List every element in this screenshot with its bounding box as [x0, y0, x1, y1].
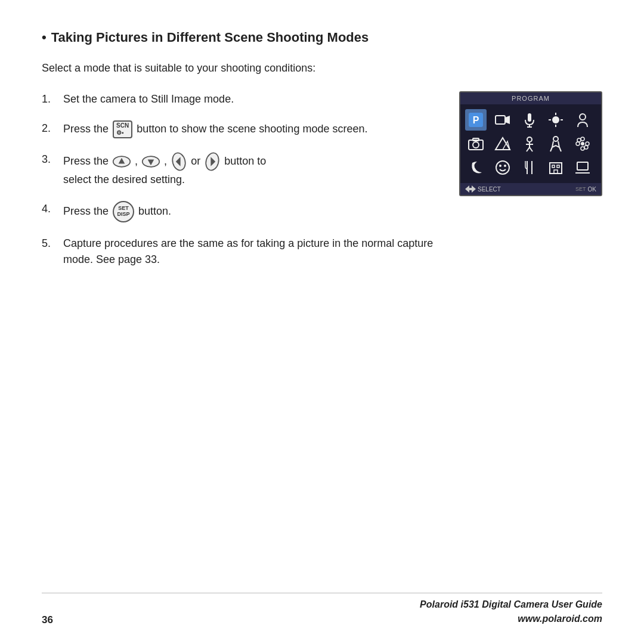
- prog-icon-flower: [572, 133, 593, 154]
- svg-text:☀: ☀: [553, 117, 559, 124]
- prog-icon-night: [465, 157, 487, 178]
- step-2-text-before: Press the: [63, 123, 109, 135]
- step-3-button-to: button to: [224, 155, 266, 167]
- footer: 36 Polaroid i531 Digital Camera User Gui…: [42, 597, 602, 626]
- svg-rect-51: [577, 162, 588, 170]
- title-text: Taking Pictures in Different Scene Shoot…: [51, 30, 369, 45]
- svg-point-37: [581, 147, 584, 150]
- step-5-text: Capture procedures are the same as for t…: [63, 236, 441, 268]
- program-grid: P ☀: [460, 104, 601, 183]
- down-arrow-icon: [141, 155, 160, 168]
- page-title: • Taking Pictures in Different Scene Sho…: [42, 30, 602, 45]
- prog-icon-audio: [519, 109, 540, 131]
- prog-icon-kids: [545, 133, 566, 154]
- steps-list: 1. Set the camera to Still Image mode. 2…: [42, 91, 441, 281]
- subtitle-text: Select a mode that is suitable to your s…: [42, 62, 602, 75]
- step-4-number: 4.: [42, 201, 58, 217]
- step-2-text-after: button to show the scene shooting mode s…: [137, 123, 367, 135]
- step-4-text-after: button.: [138, 205, 171, 217]
- prog-icon-portrait: [572, 109, 593, 131]
- comma-1: ,: [135, 155, 141, 167]
- svg-marker-54: [465, 185, 476, 193]
- step-4-text: Press the SETDISP button.: [63, 201, 171, 222]
- page: • Taking Pictures in Different Scene Sho…: [0, 0, 644, 644]
- comma-2: ,: [164, 155, 170, 167]
- footer-select: SELECT: [465, 185, 501, 193]
- svg-point-44: [504, 165, 506, 167]
- prog-icon-program: P: [465, 109, 487, 131]
- svg-point-21: [580, 114, 586, 120]
- footer-text: Polaroid i531 Digital Camera User Guide …: [420, 597, 602, 626]
- svg-rect-10: [496, 116, 505, 124]
- step-3-number: 3.: [42, 151, 58, 168]
- step-1-text: Set the camera to Still Image mode.: [63, 91, 234, 107]
- svg-point-43: [499, 165, 501, 167]
- left-arrow-icon: [171, 151, 187, 172]
- svg-point-23: [473, 142, 479, 148]
- svg-point-35: [581, 142, 584, 145]
- footer-ok-text: OK: [588, 186, 596, 193]
- step-2-text: Press the SCN⚙▪ button to show the scene…: [63, 120, 367, 138]
- page-number: 36: [42, 614, 53, 626]
- svg-point-42: [496, 161, 509, 174]
- footer-divider: [42, 593, 602, 593]
- step-3-text: Press the , ,: [63, 151, 266, 188]
- prog-icon-sunset: ☀: [545, 109, 566, 131]
- step-1-number: 1.: [42, 91, 58, 107]
- website: www.polaroid.com: [420, 612, 602, 626]
- prog-icon-person: [519, 133, 540, 154]
- content-area: 1. Set the camera to Still Image mode. 2…: [42, 91, 602, 281]
- footer-ok: SET OK: [575, 185, 596, 193]
- up-arrow-icon: [112, 155, 131, 168]
- guide-title: Polaroid i531 Digital Camera User Guide: [420, 597, 602, 612]
- step-1: 1. Set the camera to Still Image mode.: [42, 91, 441, 107]
- step-4-text-before: Press the: [63, 205, 109, 217]
- step-5-number: 5.: [42, 236, 58, 252]
- prog-icon-building: [545, 157, 566, 178]
- svg-line-30: [527, 147, 530, 151]
- svg-point-27: [527, 137, 532, 142]
- step-4: 4. Press the SETDISP button.: [42, 201, 441, 222]
- footer-select-text: SELECT: [478, 186, 501, 193]
- prog-icon-mountain: [492, 133, 513, 154]
- svg-point-39: [586, 142, 589, 145]
- program-footer: SELECT SET OK: [460, 183, 601, 195]
- svg-line-34: [559, 147, 561, 151]
- or-text: or: [191, 155, 200, 167]
- svg-point-41: [584, 145, 588, 149]
- step-3-text-before: Press the: [63, 155, 109, 167]
- svg-point-36: [581, 137, 584, 141]
- prog-icon-camera: [465, 133, 487, 154]
- svg-text:P: P: [473, 115, 479, 125]
- bullet-point: •: [42, 30, 47, 45]
- svg-rect-47: [550, 163, 562, 174]
- prog-icon-laptop: [572, 157, 593, 178]
- step-3: 3. Press the , ,: [42, 151, 441, 188]
- set-disp-button-icon: SETDISP: [113, 201, 134, 222]
- program-header: PROGRAM: [460, 92, 601, 104]
- svg-rect-48: [552, 165, 555, 168]
- step-3-text-after: select the desired setting.: [63, 174, 185, 185]
- prog-icon-video: [492, 109, 513, 131]
- step-2-number: 2.: [42, 120, 58, 137]
- step-5: 5. Capture procedures are the same as fo…: [42, 236, 441, 268]
- prog-icon-food: [519, 157, 540, 178]
- program-screen: PROGRAM P ☀: [459, 91, 602, 196]
- svg-rect-12: [528, 113, 531, 122]
- svg-line-31: [530, 147, 532, 151]
- svg-marker-11: [505, 116, 510, 124]
- scn-button-icon: SCN⚙▪: [113, 120, 132, 138]
- svg-point-38: [576, 142, 580, 145]
- svg-rect-49: [557, 165, 559, 168]
- svg-point-32: [553, 137, 558, 141]
- step-2: 2. Press the SCN⚙▪ button to show the sc…: [42, 120, 441, 138]
- svg-point-40: [577, 138, 581, 142]
- prog-icon-smile: [492, 157, 513, 178]
- right-arrow-icon: [205, 151, 220, 172]
- svg-line-33: [550, 147, 552, 151]
